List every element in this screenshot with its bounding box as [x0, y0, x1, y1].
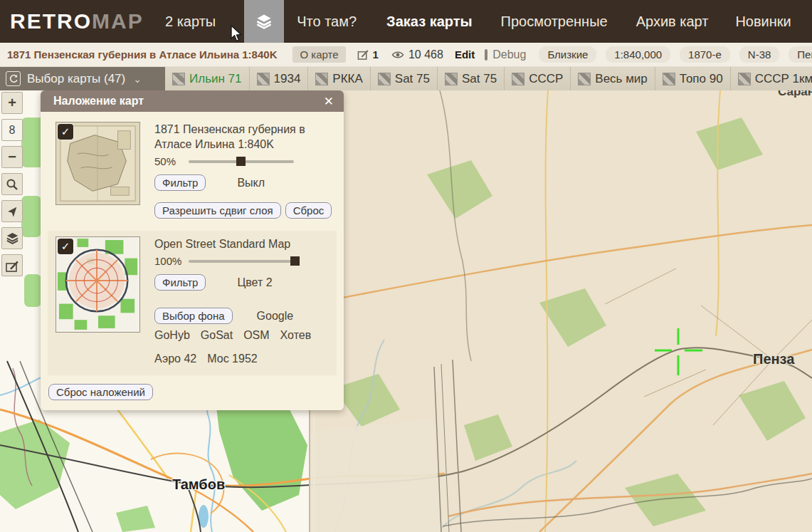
tab-sat75-a[interactable]: Sat 75 — [371, 67, 438, 90]
layer-thumbnail-wrap: ✓ — [56, 236, 140, 365]
layer2-filter-value: Цвет 2 — [237, 276, 272, 289]
bg-option-osm[interactable]: OSM — [243, 329, 269, 342]
dialog-body: ✓ 1871 Пензенская губерния в Атласе Ильи… — [41, 112, 344, 410]
views-counter: 10 468 — [391, 48, 443, 61]
nav-layers-tab-active[interactable] — [244, 0, 284, 43]
bg-option-gohyb[interactable]: GoHyb — [154, 329, 190, 342]
layer-thumbnail-wrap: ✓ — [56, 122, 140, 219]
about-map-button[interactable]: О карте — [292, 46, 345, 63]
search-button[interactable] — [1, 173, 23, 195]
nav-new-items[interactable]: Новинки — [735, 14, 791, 30]
tab-thumbnail — [512, 73, 524, 85]
bg-option-aero-42[interactable]: Аэро 42 — [154, 353, 196, 365]
background-select-button[interactable]: Выбор фона — [154, 308, 233, 324]
layers-icon — [6, 231, 19, 245]
layer2-checkbox[interactable]: ✓ — [58, 239, 73, 254]
allow-layer-shift-button[interactable]: Разрешить сдвиг слоя — [154, 202, 281, 219]
map-tool-sidebar: + 8 − — [1, 92, 23, 281]
layer1-reset-button[interactable]: Сброс — [285, 202, 332, 219]
locate-button[interactable] — [1, 200, 23, 222]
debug-checkbox[interactable] — [485, 49, 487, 61]
layer2-opacity-slider[interactable] — [189, 260, 295, 263]
tab-thumbnail — [738, 73, 751, 85]
edit-pencil-icon — [357, 48, 369, 61]
overlay-layer-osm: ✓ Open Street Standard Map 100% Фильтр Ц… — [48, 231, 337, 375]
badge-decade[interactable]: 1870-е — [680, 46, 730, 63]
layer2-filter-button[interactable]: Фильтр — [154, 274, 206, 291]
edits-counter[interactable]: 1 — [357, 48, 379, 61]
checkmark-icon: ✓ — [61, 240, 70, 253]
tab-thumbnail — [378, 73, 391, 85]
layer1-title: 1871 Пензенская губерния в Атласе Ильина… — [154, 122, 329, 152]
map-selector-label: Выбор карты (47) — [27, 72, 125, 86]
badge-penza[interactable]: Пенза — [789, 46, 812, 63]
edit-link[interactable]: Edit — [455, 48, 475, 61]
layer1-opacity-slider[interactable] — [189, 160, 294, 163]
eye-icon — [391, 50, 404, 60]
layer1-filter-button[interactable]: Фильтр — [154, 174, 206, 191]
tab-sssr-1km[interactable]: СССР 1км — [731, 67, 812, 90]
overlay-layer-old-map: ✓ 1871 Пензенская губерния в Атласе Ильи… — [48, 120, 337, 220]
tab-whole-world-a[interactable]: Весь мир — [571, 67, 655, 90]
zoom-level-indicator: 8 — [1, 119, 23, 141]
top-navigation-bar: RETROMAP 2 карты Что там? Заказ карты Пр… — [0, 0, 812, 43]
layer2-opacity-value: 100% — [154, 255, 189, 267]
badge-sheet[interactable]: N-38 — [739, 46, 780, 63]
tab-topo-90[interactable]: Топо 90 — [655, 67, 731, 90]
checkmark-icon: ✓ — [61, 125, 70, 138]
retromap-logo[interactable]: RETROMAP — [0, 9, 149, 33]
tab-sat75-b[interactable]: Sat 75 — [438, 67, 505, 90]
tab-thumbnail — [172, 73, 185, 85]
tab-thumbnail — [663, 73, 675, 85]
tab-thumbnail — [315, 73, 328, 85]
map-tabs: Ильин 71 1934 РККА Sat 75 Sat 75 СССР Ве… — [165, 67, 812, 90]
logo-retro: RETRO — [10, 9, 92, 33]
tab-ilyin-71[interactable]: Ильин 71 — [165, 67, 250, 90]
layer1-slider-handle[interactable] — [236, 157, 246, 166]
zoom-out-button[interactable]: − — [1, 146, 23, 168]
tab-1934[interactable]: 1934 — [250, 67, 309, 90]
map-selector-dropdown[interactable]: Выбор карты (47) ⌄ — [0, 67, 165, 90]
layer1-filter-value: Выкл — [237, 177, 265, 189]
draw-button[interactable] — [1, 254, 23, 276]
tab-sssr[interactable]: СССР — [505, 67, 571, 90]
close-icon[interactable]: ✕ — [314, 94, 344, 109]
views-count: 10 468 — [408, 48, 443, 61]
logo-map: MAP — [92, 9, 144, 33]
nav-two-maps[interactable]: 2 карты — [165, 14, 216, 30]
dialog-title: Наложение карт — [41, 95, 314, 108]
refresh-icon[interactable] — [6, 71, 21, 86]
reset-overlays-button[interactable]: Сброс наложений — [48, 384, 153, 400]
background-current-value[interactable]: Google — [257, 310, 294, 323]
badge-nearby[interactable]: Близкие — [539, 46, 596, 63]
navigation-arrow-icon — [6, 205, 19, 218]
dialog-titlebar[interactable]: Наложение карт ✕ — [41, 90, 344, 112]
tab-rkka[interactable]: РККА — [308, 67, 370, 90]
nav-order-map[interactable]: Заказ карты — [386, 14, 473, 30]
tab-thumbnail — [257, 73, 270, 85]
layer2-slider-handle[interactable] — [290, 256, 300, 266]
tab-thumbnail — [445, 73, 458, 85]
nav-viewed[interactable]: Просмотренные — [501, 14, 608, 30]
bg-option-mos-1952[interactable]: Мос 1952 — [207, 353, 257, 365]
layer1-opacity-value: 50% — [154, 155, 189, 167]
map-tabs-bar: Выбор карты (47) ⌄ Ильин 71 1934 РККА Sa… — [0, 67, 812, 90]
bg-option-gosat[interactable]: GoSat — [201, 329, 233, 342]
tab-thumbnail — [578, 73, 591, 85]
nav-map-archive[interactable]: Архив карт — [636, 14, 709, 30]
map-info-bar: 1871 Пензенская губерния в Атласе Ильина… — [0, 43, 812, 67]
bg-option-khotev[interactable]: Хотев — [280, 329, 312, 342]
debug-label: Debug — [492, 48, 526, 61]
zoom-in-button[interactable]: + — [1, 92, 23, 114]
edit-count: 1 — [373, 48, 379, 61]
nav-what-is-there[interactable]: Что там? — [297, 14, 357, 30]
map-viewport: Тамбов Пенза Саран + 8 − — [0, 90, 812, 532]
layers-icon — [255, 13, 273, 30]
background-options: GoHyb GoSat OSM Хотев Аэро 42 Мос 1952 — [154, 329, 332, 365]
layers-button[interactable] — [1, 227, 23, 249]
layer1-checkbox[interactable]: ✓ — [58, 124, 73, 140]
layer2-title: Open Street Standard Map — [154, 236, 329, 251]
pencil-box-icon — [5, 259, 19, 273]
city-label-saransk: Саран — [778, 90, 812, 99]
badge-scale[interactable]: 1:840,000 — [606, 46, 670, 63]
